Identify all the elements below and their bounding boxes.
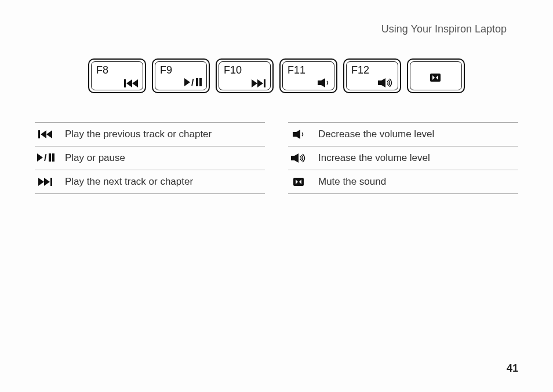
legend-text: Play or pause	[65, 152, 125, 164]
legend-row: Increase the volume level	[288, 146, 518, 170]
legend-text: Play the previous track or chapter	[65, 129, 212, 140]
next-track-icon	[37, 178, 54, 186]
legend-text: Mute the sound	[318, 176, 386, 188]
function-keys-row: F8 F9 F10 F11 F12	[35, 58, 518, 93]
volume-down-icon	[290, 130, 308, 139]
key-f10: F10	[216, 58, 274, 93]
key-f8: F8	[88, 58, 146, 93]
key-label: F10	[224, 64, 242, 76]
play-pause-icon	[184, 78, 203, 87]
play-pause-icon	[37, 153, 54, 163]
key-label: F8	[96, 64, 108, 76]
legend-text: Decrease the volume level	[318, 129, 434, 140]
legend-column-left: Play the previous track or chapter Play …	[35, 122, 265, 194]
key-f12: F12	[343, 58, 401, 93]
volume-up-icon	[378, 78, 394, 87]
legend-row: Mute the sound	[288, 170, 518, 194]
legend-text: Increase the volume level	[318, 152, 430, 164]
prev-track-icon	[124, 79, 139, 87]
legend-row: Play or pause	[35, 146, 265, 170]
legend-row: Play the previous track or chapter	[35, 122, 265, 146]
legend-text: Play the next track or chapter	[65, 176, 193, 188]
prev-track-icon	[37, 130, 54, 138]
legend-row: Decrease the volume level	[288, 122, 518, 146]
key-f11: F11	[279, 58, 337, 93]
key-mute	[407, 58, 465, 93]
key-label: F9	[160, 64, 172, 76]
legend-row: Play the next track or chapter	[35, 170, 265, 194]
key-label: F12	[351, 64, 369, 76]
page-number: 41	[507, 362, 518, 375]
mute-icon	[290, 178, 308, 186]
next-track-icon	[252, 79, 267, 87]
legend-table: Play the previous track or chapter Play …	[35, 122, 518, 194]
key-label: F11	[288, 64, 305, 76]
volume-down-icon	[318, 78, 330, 87]
page-header: Using Your Inspiron Laptop	[35, 23, 507, 35]
key-f9: F9	[152, 58, 210, 93]
mute-icon	[430, 74, 442, 82]
volume-up-icon	[290, 153, 308, 163]
legend-column-right: Decrease the volume level Increase the v…	[288, 122, 518, 194]
